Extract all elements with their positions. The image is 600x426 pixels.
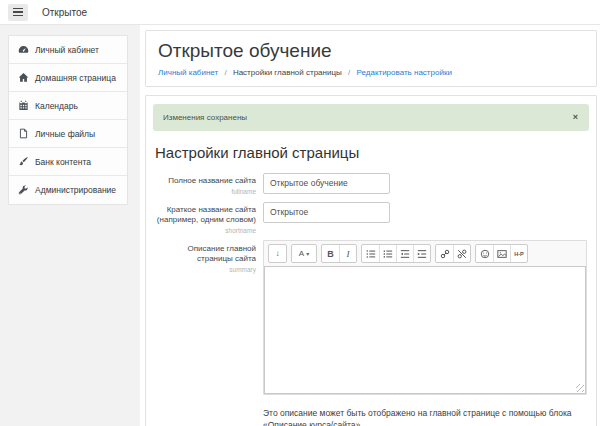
sidebar-item-label: Банк контента — [35, 157, 91, 167]
sidebar-item-label: Домашняя страница — [35, 73, 116, 83]
moodle-admin-screen: Открытое Личный кабинет Домашняя страниц… — [0, 0, 600, 426]
file-icon — [17, 128, 29, 140]
editor-toolbar: ↓ A▾ B I — [264, 241, 586, 266]
sidebar-item-home[interactable]: Домашняя страница — [9, 64, 127, 92]
shortname-label: Краткое название сайта (например, одним … — [153, 205, 256, 225]
h5p-icon[interactable]: H-P — [510, 245, 527, 262]
shortname-input[interactable] — [263, 202, 390, 223]
site-brand-link[interactable]: Открытое — [42, 7, 87, 18]
sidebar-item-administration[interactable]: Администрирование — [9, 176, 127, 204]
summary-shortcode: summary — [153, 265, 256, 274]
alert-close-icon[interactable]: × — [572, 113, 579, 121]
breadcrumb-link-dashboard[interactable]: Личный кабинет — [158, 68, 218, 77]
resize-handle[interactable] — [576, 384, 584, 392]
form-row-shortname: Краткое название сайта (например, одним … — [153, 201, 589, 235]
alert-message: Изменения сохранены — [163, 113, 247, 122]
calendar-icon — [17, 100, 29, 112]
sidebar-item-label: Администрирование — [35, 185, 116, 195]
breadcrumb-separator: / — [348, 68, 350, 77]
editor-content-area[interactable] — [264, 266, 586, 394]
unlink-icon[interactable] — [453, 245, 470, 262]
breadcrumb-separator: / — [224, 68, 226, 77]
paintbrush-icon — [17, 156, 29, 168]
fullname-label: Полное название сайта — [153, 176, 256, 186]
main-content: Открытое обучение Личный кабинет / Настр… — [140, 25, 600, 426]
hamburger-menu-button[interactable] — [8, 4, 28, 21]
sidebar-drawer: Личный кабинет Домашняя страница Календа… — [0, 25, 140, 426]
home-icon — [17, 72, 29, 84]
indent-icon[interactable] — [413, 245, 430, 262]
sidebar-item-label: Календарь — [35, 101, 78, 111]
bold-button[interactable]: B — [322, 245, 339, 262]
sidebar-item-private-files[interactable]: Личные файлы — [9, 120, 127, 148]
outdent-icon[interactable] — [396, 245, 413, 262]
shortname-shortcode: shortname — [153, 226, 256, 235]
form-heading: Настройки главной страницы — [155, 144, 587, 161]
emoticon-icon[interactable] — [476, 245, 493, 262]
link-icon[interactable] — [436, 245, 453, 262]
hamburger-icon — [13, 8, 23, 10]
image-icon[interactable] — [493, 245, 510, 262]
dashboard-icon — [17, 44, 29, 56]
breadcrumb-current: Настройки главной страницы — [233, 68, 342, 77]
summary-label: Описание главной страницы сайта — [153, 244, 256, 264]
sidebar-item-label: Личные файлы — [35, 129, 95, 139]
unordered-list-icon[interactable] — [362, 245, 379, 262]
success-alert: Изменения сохранены × — [153, 104, 589, 131]
chevron-down-icon: ▾ — [306, 250, 309, 257]
page-layout: Личный кабинет Домашняя страница Календа… — [0, 25, 600, 426]
breadcrumb-link-edit-settings[interactable]: Редактировать настройки — [357, 68, 452, 77]
rich-text-editor: ↓ A▾ B I — [263, 240, 587, 395]
fullname-input[interactable] — [263, 173, 390, 194]
wrench-icon — [17, 184, 29, 196]
top-navbar: Открытое — [0, 0, 600, 25]
page-header-card: Открытое обучение Личный кабинет / Настр… — [145, 30, 597, 87]
sidebar-item-dashboard[interactable]: Личный кабинет — [9, 36, 127, 64]
ordered-list-icon[interactable] — [379, 245, 396, 262]
font-style-button[interactable]: A▾ — [292, 245, 316, 262]
form-row-summary: Описание главной страницы сайта summary … — [153, 240, 589, 426]
form-row-fullname: Полное название сайта fullname — [153, 172, 589, 196]
summary-help-text: Это описание может быть отображено на гл… — [263, 407, 587, 426]
fullname-shortcode: fullname — [153, 187, 256, 196]
settings-card: Изменения сохранены × Настройки главной … — [145, 95, 597, 426]
breadcrumb: Личный кабинет / Настройки главной стран… — [158, 68, 584, 77]
italic-button[interactable]: I — [339, 245, 356, 262]
sidebar-item-content-bank[interactable]: Банк контента — [9, 148, 127, 176]
collapse-toolbar-button[interactable]: ↓ — [269, 245, 286, 262]
page-title: Открытое обучение — [158, 39, 584, 63]
sidebar-item-calendar[interactable]: Календарь — [9, 92, 127, 120]
sidebar-item-label: Личный кабинет — [35, 45, 99, 55]
sidebar-nav-list: Личный кабинет Домашняя страница Календа… — [8, 35, 128, 205]
